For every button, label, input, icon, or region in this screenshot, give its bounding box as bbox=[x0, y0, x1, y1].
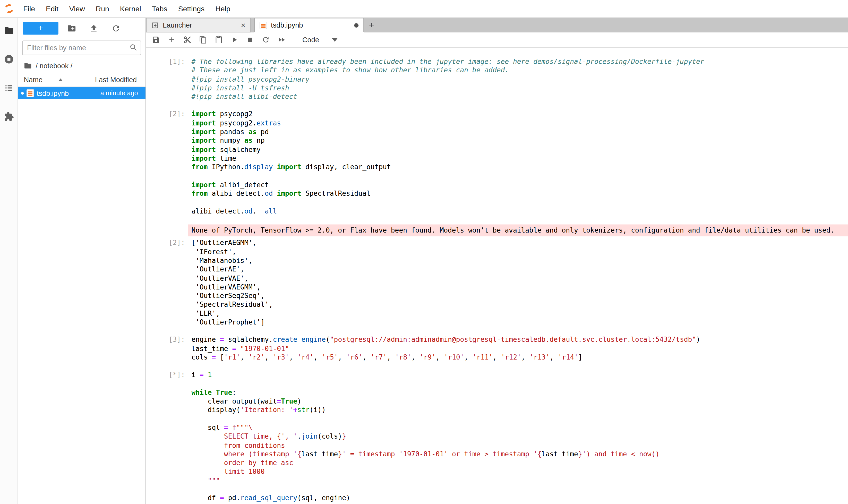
column-last-modified[interactable]: Last Modified bbox=[95, 76, 137, 84]
notebook-icon bbox=[259, 21, 267, 29]
paste-icon bbox=[215, 36, 223, 44]
search-icon bbox=[129, 43, 138, 52]
run-all-button[interactable] bbox=[275, 33, 288, 46]
tab-launcher[interactable]: Launcher × bbox=[146, 18, 251, 33]
restart-icon bbox=[261, 36, 270, 44]
sort-ascending-icon[interactable] bbox=[58, 78, 62, 82]
activity-bar bbox=[0, 18, 18, 504]
code-editor[interactable]: engine = sqlalchemy.create_engine("postg… bbox=[191, 336, 848, 362]
notebook-file-icon bbox=[26, 89, 34, 97]
file-browser-icon[interactable] bbox=[3, 24, 15, 36]
app-body: + / notebook / bbox=[0, 18, 848, 504]
menu-view[interactable]: View bbox=[64, 5, 90, 13]
main-area: Launcher × tsdb.ipynb + bbox=[146, 18, 848, 504]
code-cell[interactable]: [3]:engine = sqlalchemy.create_engine("p… bbox=[146, 336, 848, 362]
code-cell[interactable]: [*]:i = 1 while True: clear_output(wait=… bbox=[146, 371, 848, 503]
code-cell[interactable]: [1]:# The following libraries have alrea… bbox=[146, 57, 848, 102]
cell-prompt: [1]: bbox=[146, 57, 185, 102]
paste-cells-button[interactable] bbox=[212, 33, 225, 46]
file-filter-input[interactable] bbox=[22, 41, 141, 55]
file-name: tsdb.ipynb bbox=[37, 89, 69, 97]
plus-icon bbox=[167, 36, 176, 44]
code-editor[interactable]: i = 1 while True: clear_output(wait=True… bbox=[191, 371, 848, 503]
menu-file[interactable]: File bbox=[18, 5, 40, 13]
cut-cells-button[interactable] bbox=[181, 33, 193, 46]
code-editor[interactable]: # The following libraries have already b… bbox=[191, 57, 848, 102]
code-editor[interactable]: import psycopg2 import psycopg2.extras i… bbox=[191, 110, 848, 216]
home-folder-icon bbox=[24, 61, 32, 70]
jupyter-logo-icon bbox=[4, 3, 15, 14]
tab-label: tsdb.ipynb bbox=[271, 21, 303, 29]
cell-output: [2]:['OutlierAEGMM', 'IForest', 'Mahalan… bbox=[146, 239, 848, 327]
cell-prompt: [3]: bbox=[146, 336, 185, 362]
jupyterlab-window: File Edit View Run Kernel Tabs Settings … bbox=[0, 0, 848, 504]
tab-notebook-tsdb[interactable]: tsdb.ipynb bbox=[254, 18, 364, 33]
menu-run[interactable]: Run bbox=[90, 5, 114, 13]
tab-bar: Launcher × tsdb.ipynb + bbox=[146, 18, 848, 33]
cell-output-stderr: None of PyTorch, TensorFlow >= 2.0, or F… bbox=[146, 224, 848, 237]
fast-forward-icon bbox=[277, 36, 285, 44]
file-browser-toolbar: + bbox=[18, 18, 145, 37]
extensions-icon[interactable] bbox=[3, 110, 15, 122]
main-menu: File Edit View Run Kernel Tabs Settings … bbox=[18, 5, 236, 13]
running-sessions-icon[interactable] bbox=[3, 53, 15, 65]
save-button[interactable] bbox=[149, 33, 162, 46]
cell-prompt bbox=[146, 224, 185, 237]
output-text: None of PyTorch, TensorFlow >= 2.0, or F… bbox=[188, 224, 848, 237]
unsaved-changes-dot[interactable] bbox=[354, 23, 359, 27]
new-launcher-button[interactable]: + bbox=[23, 22, 58, 35]
copy-icon bbox=[199, 36, 207, 44]
close-icon[interactable]: × bbox=[241, 21, 246, 29]
restart-kernel-button[interactable] bbox=[259, 33, 272, 46]
notebook-toolbar: Code bbox=[146, 33, 848, 48]
scissors-icon bbox=[183, 36, 191, 44]
run-icon bbox=[230, 36, 238, 44]
file-browser-panel: + / notebook / bbox=[18, 18, 146, 504]
file-list-header: Name Last Modified bbox=[18, 74, 145, 87]
menu-settings[interactable]: Settings bbox=[173, 5, 210, 13]
menu-edit[interactable]: Edit bbox=[40, 5, 64, 13]
upload-icon[interactable] bbox=[88, 23, 99, 34]
menu-help[interactable]: Help bbox=[210, 5, 236, 13]
tab-label: Launcher bbox=[163, 21, 192, 29]
file-modified: a minute ago bbox=[101, 89, 138, 96]
menu-kernel[interactable]: Kernel bbox=[114, 5, 146, 13]
table-of-contents-icon[interactable] bbox=[3, 82, 15, 93]
new-folder-icon[interactable] bbox=[66, 23, 77, 34]
stop-icon bbox=[246, 36, 254, 44]
file-filter bbox=[22, 41, 141, 55]
interrupt-kernel-button[interactable] bbox=[243, 33, 256, 46]
copy-cells-button[interactable] bbox=[196, 33, 209, 46]
running-kernel-dot bbox=[21, 92, 24, 94]
refresh-icon[interactable] bbox=[110, 23, 121, 34]
launcher-icon bbox=[151, 21, 159, 29]
cell-prompt: [2]: bbox=[146, 239, 185, 327]
insert-cell-button[interactable] bbox=[165, 33, 178, 46]
run-button[interactable] bbox=[228, 33, 240, 46]
notebook-scroll-area[interactable]: [1]:# The following libraries have alrea… bbox=[146, 48, 848, 504]
menu-bar: File Edit View Run Kernel Tabs Settings … bbox=[0, 0, 848, 18]
breadcrumb[interactable]: / notebook / bbox=[18, 57, 145, 74]
cell-prompt: [2]: bbox=[146, 110, 185, 216]
cell-prompt: [*]: bbox=[146, 371, 185, 503]
output-text: ['OutlierAEGMM', 'IForest', 'Mahalanobis… bbox=[191, 239, 848, 327]
column-name[interactable]: Name bbox=[24, 76, 42, 84]
menu-tabs[interactable]: Tabs bbox=[146, 5, 173, 13]
code-cell[interactable]: [2]:import psycopg2 import psycopg2.extr… bbox=[146, 110, 848, 216]
new-tab-button[interactable]: + bbox=[364, 18, 379, 33]
cell-type-value: Code bbox=[302, 36, 319, 44]
file-row-tsdb[interactable]: tsdb.ipynb a minute ago bbox=[18, 87, 145, 99]
breadcrumb-path: / notebook / bbox=[36, 61, 73, 70]
save-icon bbox=[152, 36, 160, 44]
cell-type-dropdown[interactable]: Code bbox=[298, 35, 342, 45]
chevron-down-icon bbox=[332, 38, 338, 41]
